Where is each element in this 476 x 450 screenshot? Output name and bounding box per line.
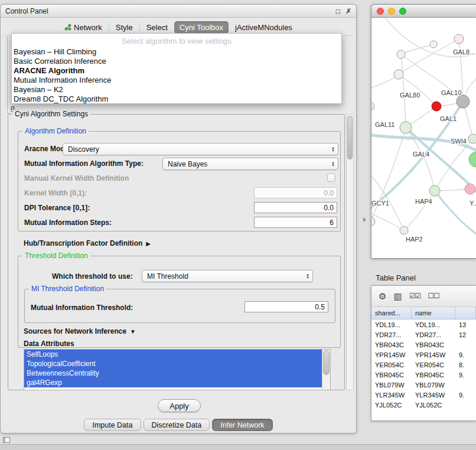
expander-collapsed-icon: ▶	[146, 240, 151, 247]
tab-style[interactable]: Style	[110, 21, 138, 34]
tab-discretize-data[interactable]: Discretize Data	[144, 419, 210, 431]
node-label: GAL8...	[453, 48, 475, 56]
tab-select[interactable]: Select	[141, 21, 173, 34]
node-label: GAL4	[413, 151, 429, 158]
node[interactable]	[430, 41, 437, 48]
table-panel-title: Table Panel	[376, 273, 416, 282]
node[interactable]	[371, 102, 374, 110]
kernel-width-label: Kernel Width (0,1):	[24, 189, 87, 197]
algorithm-option[interactable]: Bayesian – K2	[12, 85, 341, 94]
deselect-all-icon[interactable]: ☐☐	[428, 292, 439, 301]
tab-cyni-toolbox[interactable]: Cyni Toolbox	[174, 21, 229, 34]
algorithm-option-selected[interactable]: ARACNE Algorithm	[12, 66, 341, 76]
node-label: Y...	[470, 200, 476, 207]
stepper-arrows-icon	[331, 146, 338, 152]
stepper-arrows-icon	[331, 161, 338, 167]
network-graph: GAL8... GAL80 GAL10 GAL11 GAL1 SWI4 GAL4…	[371, 18, 476, 258]
select-all-icon[interactable]: ☑☑	[409, 292, 421, 301]
sources-expander[interactable]: Sources for Network Inference ▼	[24, 327, 136, 335]
control-panel-window: Control Panel □ ✗ Network Style Select C…	[0, 4, 357, 433]
which-threshold-select[interactable]: MI Threshold	[142, 270, 313, 282]
mi-steps-field[interactable]: 6	[254, 217, 337, 228]
manual-kernel-width-label: Manual Kernel Width Definition	[24, 174, 129, 182]
zoom-button[interactable]	[399, 8, 406, 15]
node-label: HAP2	[406, 236, 423, 243]
window-title: Control Panel	[5, 7, 48, 15]
network-tab-icon	[64, 24, 71, 31]
algorithm-definition-group: Algorithm Definition Aracne Mode: Discov…	[18, 131, 341, 231]
table-row[interactable]: YER054C YER054C 8.	[371, 360, 476, 370]
tab-impute-data[interactable]: Impute Data	[84, 419, 141, 431]
node[interactable]	[394, 70, 403, 79]
node-label: HAP4	[415, 198, 432, 205]
close-window-icon[interactable]: ✗	[345, 8, 351, 15]
algorithm-option[interactable]: Basic Correlation Inference	[12, 57, 341, 66]
mi-algorithm-type-select[interactable]: Naive Bayes	[162, 158, 338, 170]
tab-jactivemnodules[interactable]: jActiveMNodules	[230, 21, 298, 34]
mi-steps-label: Mutual Information Steps:	[24, 219, 112, 227]
group-title: Cyni Algorithm Settings	[12, 110, 90, 118]
minimized-panel-icon[interactable]	[3, 437, 10, 443]
table-row[interactable]: YDL19... YDL19... 13	[371, 319, 476, 330]
close-button[interactable]	[377, 8, 384, 15]
minimize-button[interactable]	[388, 8, 395, 15]
table-row[interactable]: YLR345W YLR345W 9.	[371, 390, 476, 400]
algorithm-option[interactable]: Bayesian – Hill Climbing	[12, 47, 341, 57]
aracne-mode-select[interactable]: Discovery	[63, 143, 338, 155]
obscured-group-border	[7, 37, 11, 114]
column-header-name[interactable]: name	[412, 307, 455, 319]
float-window-icon[interactable]: □	[336, 8, 340, 15]
mi-threshold-field[interactable]: 0.5	[244, 301, 328, 312]
scrollbar-thumb[interactable]	[323, 350, 330, 375]
algorithm-option[interactable]: Mutual Information Inference	[12, 76, 341, 85]
node[interactable]	[454, 34, 464, 44]
list-item[interactable]: SelfLoops	[24, 350, 325, 359]
node[interactable]	[400, 226, 408, 234]
expander-expanded-icon: ▼	[130, 328, 136, 335]
node-pink[interactable]	[465, 184, 475, 194]
control-panel-titlebar: Control Panel □ ✗	[1, 5, 356, 18]
gear-icon[interactable]: ⚙	[379, 292, 386, 301]
list-scrollbar[interactable]	[322, 350, 330, 390]
settings-scrollbar[interactable]	[346, 114, 354, 390]
panel-splitter-arrow[interactable]	[363, 217, 366, 222]
manual-kernel-width-checkbox[interactable]	[327, 174, 335, 182]
list-item[interactable]: TopologicalCoefficient	[24, 359, 325, 369]
list-item[interactable]: BetweennessCentrality	[24, 369, 325, 378]
network-canvas[interactable]: GAL8... GAL80 GAL10 GAL11 GAL1 SWI4 GAL4…	[371, 18, 476, 258]
node[interactable]	[400, 122, 412, 133]
node-selected-red[interactable]	[432, 102, 441, 111]
node[interactable]	[397, 50, 405, 58]
popup-prompt: Select algorithm to view settings	[12, 35, 341, 47]
kernel-width-field[interactable]: 0.0	[254, 187, 337, 198]
data-attributes-title: Data Attributes	[24, 340, 74, 348]
apply-button[interactable]: Apply	[158, 399, 201, 412]
node-label: GAL80	[400, 92, 420, 99]
list-item[interactable]: gal4RGexp	[24, 378, 325, 387]
table-row[interactable]: YBR043C YBR043C	[371, 340, 476, 350]
table-row[interactable]: YJL052C YJL052C	[371, 400, 476, 410]
data-attributes-list: SelfLoops TopologicalCoefficient Between…	[24, 349, 331, 390]
column-header-shared-name[interactable]: shared...	[371, 307, 412, 319]
group-title: Threshold Definition	[22, 252, 90, 260]
table-row[interactable]: YPR145W YPR145W 9.	[371, 350, 476, 360]
columns-icon[interactable]: ▥	[393, 292, 402, 301]
node-bright-green[interactable]	[469, 152, 476, 167]
node-gal10[interactable]	[457, 95, 470, 108]
stepper-arrows-icon	[306, 273, 312, 279]
tab-network[interactable]: Network	[59, 21, 107, 34]
scrollbar-thumb[interactable]	[347, 116, 353, 159]
tab-infer-network[interactable]: Infer Network	[212, 419, 272, 431]
table-row[interactable]: YBL079W YBL079W	[371, 380, 476, 390]
cyni-algorithm-settings-group: Cyni Algorithm Settings Algorithm Defini…	[8, 114, 345, 390]
node[interactable]	[371, 217, 375, 226]
table-row[interactable]: YDR27... YDR27... 12	[371, 330, 476, 340]
node[interactable]	[429, 185, 440, 196]
hub-definition-expander[interactable]: Hub/Transcription Factor Definition ▶	[24, 239, 151, 247]
table-row[interactable]: YBR045C YBR045C 9.	[371, 370, 476, 380]
dpi-tolerance-field[interactable]: 0.0	[254, 202, 337, 213]
column-header[interactable]	[455, 307, 476, 319]
node-label: GAL1	[440, 115, 457, 122]
algorithm-option[interactable]: Dream8 DC_TDC Algorithm	[12, 94, 341, 104]
node[interactable]	[468, 134, 476, 144]
